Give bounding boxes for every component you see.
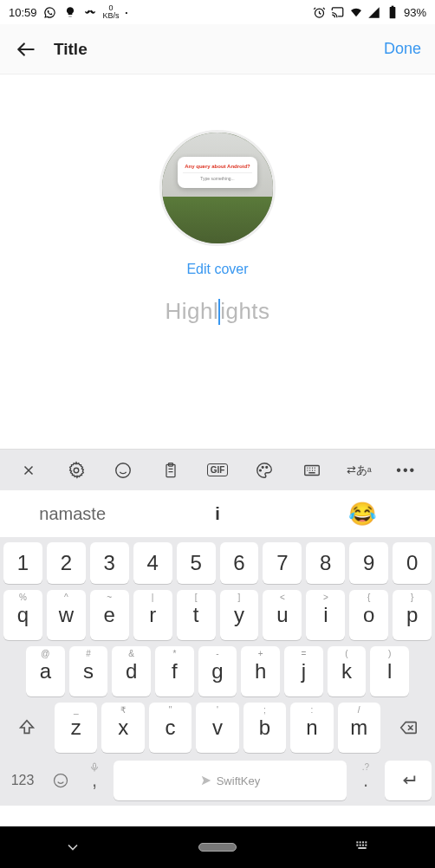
key-v[interactable]: 'v [196, 703, 238, 753]
emoji-key[interactable] [46, 761, 75, 800]
key-a[interactable]: @a [26, 646, 65, 696]
key-n[interactable]: :n [290, 703, 333, 753]
key-b[interactable]: ;b [243, 703, 286, 753]
key-y[interactable]: ]y [220, 590, 259, 640]
svg-rect-18 [362, 845, 364, 846]
key-s[interactable]: #s [69, 646, 108, 696]
nav-back-button[interactable] [38, 839, 107, 856]
key-m[interactable]: /m [338, 703, 380, 753]
more-icon[interactable]: ••• [393, 457, 420, 484]
svg-rect-12 [357, 841, 359, 843]
svg-rect-2 [392, 6, 394, 7]
key-d[interactable]: &d [112, 646, 151, 696]
key-1[interactable]: 1 [3, 542, 42, 584]
key-5[interactable]: 5 [177, 542, 216, 584]
suggestion-left[interactable]: namaste [0, 504, 145, 524]
key-u[interactable]: <u [263, 590, 302, 640]
key-j[interactable]: =j [284, 646, 323, 696]
key-t[interactable]: [t [177, 590, 216, 640]
comma-key[interactable]: , [80, 761, 109, 800]
key-6[interactable]: 6 [220, 542, 259, 584]
key-0[interactable]: 0 [393, 542, 432, 584]
palette-icon[interactable] [250, 457, 278, 484]
suggestion-bar: namaste i 😂 [0, 490, 435, 537]
period-key[interactable]: .? . [351, 761, 380, 800]
key-w[interactable]: ^w [47, 590, 86, 640]
keyboard-layout-icon[interactable] [298, 457, 326, 484]
svg-rect-17 [360, 845, 361, 846]
title-input[interactable]: Highlights [165, 298, 269, 325]
svg-rect-14 [362, 841, 364, 843]
svg-point-3 [74, 468, 79, 473]
svg-point-9 [266, 466, 268, 468]
close-icon[interactable] [15, 457, 42, 484]
shift-key[interactable] [3, 703, 50, 753]
suggestion-mid[interactable]: i [145, 504, 289, 524]
network-speed: 0 KB/s [103, 4, 120, 20]
dot-icon: • [126, 9, 128, 16]
key-r[interactable]: |r [133, 590, 172, 640]
svg-point-8 [263, 466, 264, 468]
spacebar-key[interactable]: SwiftKey [114, 761, 347, 800]
header-title: Title [54, 40, 384, 59]
whatsapp-icon [43, 5, 57, 19]
key-h[interactable]: +h [241, 646, 280, 696]
status-bar: 10:59 0 KB/s • 93% [0, 0, 435, 24]
svg-rect-16 [357, 845, 359, 846]
svg-rect-19 [366, 845, 367, 846]
keyboard-toolbar: GIF ⇄あa ••• [0, 449, 435, 490]
status-time: 10:59 [9, 6, 37, 19]
key-c[interactable]: "c [149, 703, 192, 753]
key-o[interactable]: {o [349, 590, 388, 640]
cover-card-head: Any query about Android? [183, 164, 252, 169]
svg-rect-15 [366, 841, 367, 843]
cover-image[interactable]: Any query about Android? Type something.… [159, 130, 276, 246]
svg-point-4 [116, 463, 131, 477]
key-q[interactable]: %q [3, 590, 42, 640]
emoji-icon[interactable] [109, 457, 137, 484]
done-button[interactable]: Done [384, 40, 421, 58]
mustache-icon [83, 5, 97, 19]
edit-cover-button[interactable]: Edit cover [186, 262, 248, 277]
svg-point-7 [260, 470, 262, 471]
cast-icon [331, 5, 345, 19]
suggestion-right[interactable]: 😂 [290, 501, 435, 528]
gear-icon[interactable] [62, 457, 90, 484]
enter-key[interactable] [385, 761, 432, 800]
svg-rect-13 [360, 841, 361, 843]
key-7[interactable]: 7 [263, 542, 302, 584]
key-e[interactable]: ~e [90, 590, 129, 640]
key-9[interactable]: 9 [349, 542, 388, 584]
bulb-icon [63, 5, 77, 19]
key-i[interactable]: >i [306, 590, 345, 640]
key-k[interactable]: (k [328, 646, 367, 696]
gif-icon[interactable]: GIF [204, 457, 231, 484]
key-x[interactable]: ₹x [101, 703, 144, 753]
translate-icon[interactable]: ⇄あa [345, 457, 373, 484]
key-l[interactable]: )l [370, 646, 409, 696]
key-p[interactable]: }p [393, 590, 432, 640]
key-2[interactable]: 2 [47, 542, 86, 584]
key-8[interactable]: 8 [306, 542, 345, 584]
cover-card-sub: Type something... [183, 172, 252, 181]
signal-icon [367, 5, 381, 19]
svg-rect-1 [390, 7, 396, 18]
backspace-key[interactable] [385, 703, 432, 753]
battery-percent: 93% [404, 6, 426, 19]
back-button[interactable] [14, 37, 38, 62]
navigation-bar [0, 826, 435, 868]
clipboard-icon[interactable] [157, 457, 185, 484]
key-g[interactable]: -g [198, 646, 237, 696]
svg-point-11 [55, 774, 68, 787]
nav-keyboard-button[interactable] [328, 840, 397, 854]
content-area: Any query about Android? Type something.… [0, 74, 435, 449]
key-z[interactable]: _z [55, 703, 97, 753]
battery-icon [386, 5, 399, 19]
wifi-icon [349, 5, 363, 19]
num-toggle-key[interactable]: 123 [3, 761, 42, 800]
key-f[interactable]: *f [155, 646, 194, 696]
key-4[interactable]: 4 [133, 542, 172, 584]
keyboard: 1234567890 %q^w~e|r[t]y<u>i{o}p @a#s&d*f… [0, 537, 435, 806]
key-3[interactable]: 3 [90, 542, 129, 584]
nav-home-button[interactable] [183, 843, 252, 852]
